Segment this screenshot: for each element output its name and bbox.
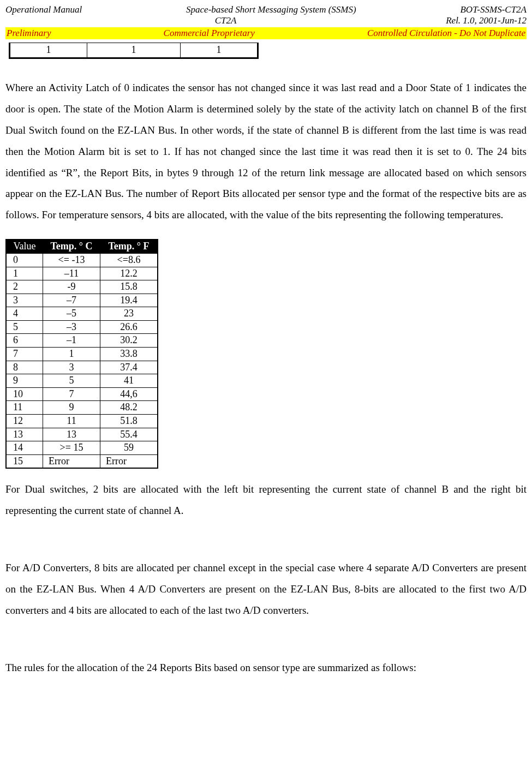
cell-value: 4 (6, 307, 43, 321)
paragraph-1: Where an Activity Latch of 0 indicates t… (5, 77, 527, 226)
cell-temp-c: –11 (43, 267, 100, 280)
col-header-temp-f: Temp. ° F (100, 240, 158, 253)
cell-temp-f: 30.2 (100, 334, 158, 348)
cell-temp-c: 9 (43, 401, 100, 415)
header-left: Operational Manual (5, 4, 82, 15)
cell-temp-f: 19.4 (100, 294, 158, 307)
cell-temp-c: >= 15 (43, 441, 100, 455)
cell-value: 3 (6, 294, 43, 307)
cell-value: 5 (6, 320, 43, 334)
cell-value: 12 (6, 415, 43, 428)
header-right-2: Rel. 1.0, 2001-Jun-12 (446, 15, 527, 26)
cell-temp-f: 55.4 (100, 428, 158, 441)
cell-temp-c: –3 (43, 320, 100, 334)
page-header: Operational Manual Space-based Short Mes… (5, 4, 527, 39)
col-header-value: Value (6, 240, 43, 253)
cell-temp-f: 26.6 (100, 320, 158, 334)
cell-value: 7 (6, 348, 43, 361)
cell-temp-c: <= -13 (43, 253, 100, 267)
cell-value: 0 (6, 253, 43, 267)
cell-temp-c: 3 (43, 361, 100, 374)
cell-motion-alarm: 1 (181, 43, 258, 58)
header-row-1: Operational Manual Space-based Short Mes… (5, 4, 527, 15)
cell-temp-c: 7 (43, 387, 100, 401)
cell-value: 2 (6, 280, 43, 294)
table-row: 11948.2 (6, 401, 158, 415)
cell-temp-f: 48.2 (100, 401, 158, 415)
cell-value: 6 (6, 334, 43, 348)
table-row: 3–719.4 (6, 294, 158, 307)
cell-temp-f: 51.8 (100, 415, 158, 428)
table-header-row: Value Temp. ° C Temp. ° F (6, 240, 158, 253)
cell-temp-f: <=8.6 (100, 253, 158, 267)
cell-activity-latch: 1 (10, 43, 87, 58)
table-row: 1 1 1 (10, 43, 258, 58)
cell-value: 11 (6, 401, 43, 415)
table-row: 4–523 (6, 307, 158, 321)
table-row: 7133.8 (6, 348, 158, 361)
table-row: 0<= -13<=8.6 (6, 253, 158, 267)
table-row: 121151.8 (6, 415, 158, 428)
table-row: 15ErrorError (6, 454, 158, 468)
table-row: 131355.4 (6, 428, 158, 441)
banner-center: Commercial Proprietary (51, 28, 367, 39)
cell-value: 14 (6, 441, 43, 455)
cell-temp-f: 33.8 (100, 348, 158, 361)
spacer (5, 632, 527, 647)
table-row: 9541 (6, 374, 158, 388)
cell-value: 1 (6, 267, 43, 280)
col-header-temp-c: Temp. ° C (43, 240, 100, 253)
cell-value: 9 (6, 374, 43, 388)
banner-right: Controlled Circulation - Do Not Duplicat… (367, 28, 525, 39)
cell-temp-c: –5 (43, 307, 100, 321)
header-banner: Preliminary Commercial Proprietary Contr… (5, 27, 527, 39)
cell-value: 8 (6, 361, 43, 374)
cell-door-state: 1 (87, 43, 181, 58)
paragraph-3: For A/D Converters, 8 bits are allocated… (5, 558, 527, 621)
cell-temp-c: –7 (43, 294, 100, 307)
table-row: 6–130.2 (6, 334, 158, 348)
cell-temp-f: 44,6 (100, 387, 158, 401)
table-row: 1–1112.2 (6, 267, 158, 280)
cell-temp-f: 59 (100, 441, 158, 455)
table-row: 2-915.8 (6, 280, 158, 294)
cell-temp-f: 41 (100, 374, 158, 388)
cell-temp-f: 15.8 (100, 280, 158, 294)
cell-temp-f: Error (100, 454, 158, 468)
table-row: 8337.4 (6, 361, 158, 374)
table-row: 5–326.6 (6, 320, 158, 334)
header-center: Space-based Short Messaging System (SSMS… (82, 4, 460, 15)
cell-temp-c: Error (43, 454, 100, 468)
spacer (5, 532, 527, 547)
table-row: 10744,6 (6, 387, 158, 401)
cell-temp-f: 37.4 (100, 361, 158, 374)
cell-temp-c: 5 (43, 374, 100, 388)
paragraph-4: The rules for the allocation of the 24 R… (5, 657, 527, 679)
cell-value: 13 (6, 428, 43, 441)
banner-left: Preliminary (7, 28, 51, 39)
temperature-table: Value Temp. ° C Temp. ° F 0<= -13<=8.61–… (5, 239, 158, 469)
cell-temp-f: 12.2 (100, 267, 158, 280)
paragraph-2: For Dual switches, 2 bits are allocated … (5, 479, 527, 522)
table-row: 14>= 1559 (6, 441, 158, 455)
header-center-2: CT2A (5, 15, 446, 26)
cell-value: 10 (6, 387, 43, 401)
bit-state-table: 1 1 1 (9, 43, 259, 59)
cell-value: 15 (6, 454, 43, 468)
header-right: BOT-SSMS-CT2A (460, 4, 527, 15)
cell-temp-f: 23 (100, 307, 158, 321)
header-row-2: CT2A Rel. 1.0, 2001-Jun-12 (5, 15, 527, 26)
cell-temp-c: 1 (43, 348, 100, 361)
cell-temp-c: 11 (43, 415, 100, 428)
cell-temp-c: -9 (43, 280, 100, 294)
cell-temp-c: –1 (43, 334, 100, 348)
cell-temp-c: 13 (43, 428, 100, 441)
